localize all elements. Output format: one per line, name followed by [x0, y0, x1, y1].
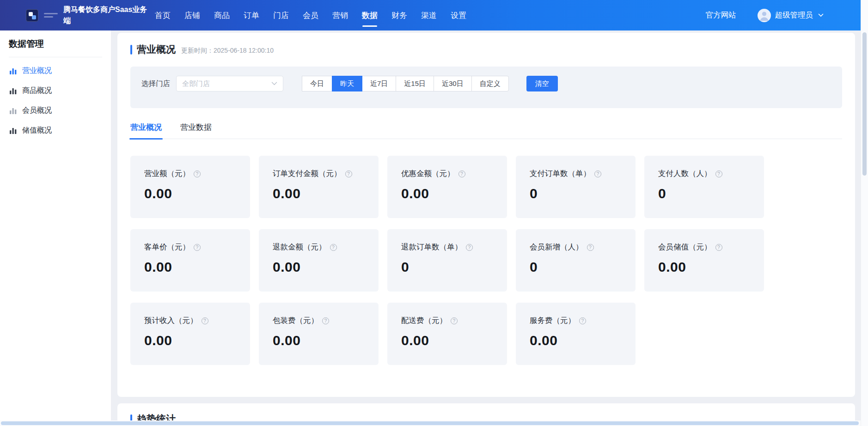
sidebar-item[interactable]: 储值概况 — [0, 121, 111, 140]
sidebar-item[interactable]: 营业概况 — [0, 61, 111, 81]
navbar-right: 官方网站 超级管理员 — [706, 9, 824, 22]
help-icon[interactable]: ? — [330, 244, 337, 251]
nav-item[interactable]: 店铺 — [184, 10, 200, 21]
sidebar-item[interactable]: 会员概况 — [0, 101, 111, 121]
date-range-button[interactable]: 近30日 — [434, 76, 472, 91]
stat-label: 订单支付金额（元） ? — [273, 169, 373, 179]
help-icon[interactable]: ? — [594, 170, 601, 177]
date-range-button[interactable]: 自定义 — [471, 76, 509, 91]
date-range-button[interactable]: 昨天 — [332, 76, 362, 91]
tab[interactable]: 营业数据 — [180, 122, 212, 139]
stats-grid: 营业额（元） ? 0.00 订单支付金额（元） ? 0.00 — [130, 156, 768, 365]
help-icon[interactable]: ? — [715, 170, 722, 177]
business-overview-panel: 营业概况 更新时间：2025-06-18 12:00:10 选择门店 全部门店 … — [117, 33, 855, 397]
horizontal-scrollbar[interactable] — [0, 420, 861, 426]
stat-value: 0.00 — [144, 259, 245, 275]
stat-card: 会员储值（元） ? 0.00 — [644, 229, 764, 292]
stat-card: 退款金额（元） ? 0.00 — [259, 229, 379, 292]
main-nav: 首页 店铺 商品 订单 门店 会员 — [155, 10, 466, 21]
nav-item-label: 营销 — [332, 11, 348, 20]
stat-value: 0.00 — [144, 186, 245, 201]
nav-item[interactable]: 会员 — [303, 10, 318, 21]
stat-value: 0.00 — [273, 259, 373, 275]
logo-mark-icon — [26, 9, 38, 22]
stat-label: 预计收入（元） ? — [144, 316, 245, 326]
nav-item[interactable]: 门店 — [273, 10, 289, 21]
stat-label: 服务费（元） ? — [530, 316, 630, 326]
stat-value: 0.00 — [144, 333, 245, 348]
stat-card: 订单支付金额（元） ? 0.00 — [259, 156, 379, 218]
help-icon[interactable]: ? — [194, 244, 201, 251]
updated-time: 更新时间：2025-06-18 12:00:10 — [181, 44, 274, 55]
avatar — [758, 9, 771, 22]
help-icon[interactable]: ? — [579, 317, 586, 324]
stat-label-text: 优惠金额（元） — [401, 169, 455, 179]
stat-value: 0 — [530, 186, 630, 201]
stat-value: 0.00 — [273, 186, 373, 201]
help-icon[interactable]: ? — [451, 317, 458, 324]
stat-label: 支付订单数（单） ? — [530, 169, 630, 179]
official-site-link[interactable]: 官方网站 — [706, 10, 736, 20]
help-icon[interactable]: ? — [202, 317, 208, 324]
date-range-button[interactable]: 今日 — [302, 76, 332, 91]
stat-value: 0.00 — [401, 186, 501, 201]
user-menu[interactable]: 超级管理员 — [758, 9, 824, 22]
stat-value: 0 — [530, 259, 630, 275]
stat-value: 0 — [401, 259, 501, 275]
date-range-button[interactable]: 近7日 — [362, 76, 396, 91]
nav-item-label: 商品 — [214, 11, 230, 20]
horizontal-scrollbar-thumb[interactable] — [1, 421, 859, 425]
stat-label: 配送费（元） ? — [401, 316, 501, 326]
nav-item-label: 设置 — [451, 11, 466, 20]
date-range-label: 近15日 — [404, 79, 426, 87]
nav-item[interactable]: 订单 — [244, 10, 259, 21]
stat-value: 0.00 — [658, 259, 758, 275]
tab[interactable]: 营业概况 — [130, 122, 162, 139]
help-icon[interactable]: ? — [715, 244, 722, 251]
vertical-scrollbar-thumb[interactable] — [862, 32, 867, 176]
chevron-down-icon — [818, 13, 824, 17]
stat-card: 支付人数（人） ? 0 — [644, 156, 764, 218]
nav-item[interactable]: 数据 — [362, 10, 378, 21]
stat-card: 优惠金额（元） ? 0.00 — [387, 156, 507, 218]
bar-chart-icon — [9, 67, 17, 75]
stat-value: 0.00 — [530, 333, 630, 348]
help-icon[interactable]: ? — [345, 170, 352, 177]
help-icon[interactable]: ? — [458, 170, 465, 177]
stat-label: 支付人数（人） ? — [658, 169, 758, 179]
stat-label-text: 支付人数（人） — [658, 169, 712, 179]
nav-item[interactable]: 渠道 — [421, 10, 437, 21]
nav-item-label: 订单 — [244, 11, 259, 20]
nav-item[interactable]: 首页 — [155, 10, 171, 21]
stat-value: 0.00 — [273, 333, 373, 348]
store-select[interactable]: 全部门店 — [176, 76, 283, 91]
nav-item[interactable]: 商品 — [214, 10, 230, 21]
vertical-scrollbar[interactable] — [861, 0, 868, 426]
clear-button[interactable]: 清空 — [526, 76, 558, 91]
sidebar-item[interactable]: 商品概况 — [0, 81, 111, 101]
date-range-label: 自定义 — [480, 79, 501, 87]
nav-item[interactable]: 财务 — [391, 10, 407, 21]
help-icon[interactable]: ? — [322, 317, 329, 324]
accent-bar — [130, 45, 132, 55]
nav-item-label: 首页 — [155, 11, 171, 20]
stat-value: 0 — [658, 186, 758, 201]
stat-label-text: 配送费（元） — [401, 316, 447, 326]
nav-item[interactable]: 营销 — [332, 10, 348, 21]
date-range-button[interactable]: 近15日 — [396, 76, 434, 91]
brand: 腾马餐饮多商户Saas业务端 — [26, 4, 147, 26]
bar-chart-icon — [9, 107, 17, 115]
help-icon[interactable]: ? — [466, 244, 473, 251]
nav-item-label: 财务 — [391, 11, 407, 20]
main-content: 营业概况 更新时间：2025-06-18 12:00:10 选择门店 全部门店 … — [111, 30, 861, 426]
help-icon[interactable]: ? — [587, 244, 594, 251]
nav-item[interactable]: 设置 — [451, 10, 466, 21]
help-icon[interactable]: ? — [194, 170, 201, 177]
stat-label: 会员储值（元） ? — [658, 242, 758, 252]
updated-time-label: 更新时间： — [181, 47, 214, 54]
stat-card: 配送费（元） ? 0.00 — [387, 303, 507, 365]
sidebar-item-label: 营业概况 — [22, 66, 52, 76]
stat-card: 客单价（元） ? 0.00 — [130, 229, 250, 292]
tab-label: 营业概况 — [130, 123, 162, 132]
sidebar: 数据管理 营业概况 — [0, 30, 111, 426]
